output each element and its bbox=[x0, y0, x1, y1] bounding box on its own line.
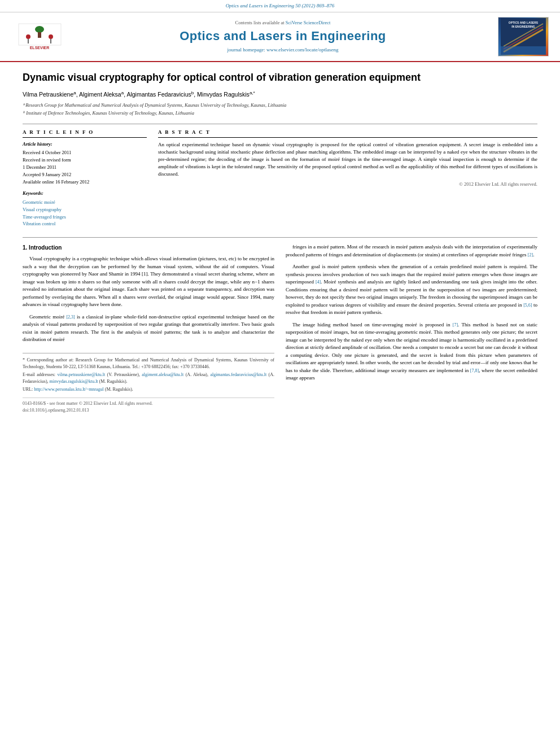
svg-rect-14 bbox=[501, 46, 546, 55]
abstract-text: An optical experimental technique based … bbox=[158, 141, 537, 178]
email-label: E-mail addresses: bbox=[23, 372, 55, 377]
banner-center: Contents lists available at SciVerse Sci… bbox=[68, 20, 498, 53]
history-label: Article history: bbox=[23, 141, 147, 148]
homepage-label: journal homepage: bbox=[228, 47, 265, 53]
email-minvydas[interactable]: minvydas.ragulskis@ktu.lt bbox=[50, 379, 98, 384]
ref-56[interactable]: [5,6] bbox=[523, 303, 532, 308]
journal-ref: Optics and Lasers in Engineering 50 (201… bbox=[226, 3, 335, 8]
divider-2 bbox=[23, 237, 537, 238]
email-algimantas[interactable]: algimantas.fedaravicius@ktu.lt bbox=[210, 372, 266, 377]
available-date: Available online 16 February 2012 bbox=[23, 179, 147, 186]
abstract-copyright: © 2012 Elsevier Ltd. All rights reserved… bbox=[158, 181, 537, 188]
keyword-2[interactable]: Visual cryptography bbox=[23, 207, 147, 213]
keyword-1[interactable]: Geometric moiré bbox=[23, 199, 147, 206]
received-revised-date: 1 December 2011 bbox=[23, 164, 147, 171]
keyword-4[interactable]: Vibration control bbox=[23, 221, 147, 228]
main-content: Dynamic visual cryptography for optical … bbox=[0, 62, 560, 425]
received-date: Received 4 October 2011 bbox=[23, 150, 147, 156]
elsevier-logo-svg: ELSEVIER bbox=[16, 21, 64, 52]
contents-text: Contents lists available at bbox=[235, 20, 285, 25]
ref-7[interactable]: [7] bbox=[453, 322, 458, 327]
email-vilma[interactable]: vilma.petrauskiene@ktu.lt bbox=[57, 372, 105, 377]
body-two-col: 1. Introduction Visual cryptography is a… bbox=[23, 243, 537, 414]
homepage-url[interactable]: www.elsevier.com/locate/optlaseng bbox=[266, 47, 338, 53]
sciverse-link[interactable]: SciVerse ScienceDirect bbox=[286, 20, 331, 25]
journal-banner: ELSEVIER Contents lists available at Sci… bbox=[0, 12, 560, 62]
svg-point-1 bbox=[35, 26, 44, 33]
svg-rect-2 bbox=[38, 32, 41, 38]
keywords-section: Keywords: Geometric moiré Visual cryptog… bbox=[23, 190, 147, 228]
homepage-line: journal homepage: www.elsevier.com/locat… bbox=[68, 46, 498, 54]
ref-4[interactable]: [4] bbox=[316, 279, 321, 285]
body-left-col: 1. Introduction Visual cryptography is a… bbox=[23, 243, 274, 414]
svg-text:OPTICS AND LASERS: OPTICS AND LASERS bbox=[509, 21, 539, 24]
divider-1 bbox=[23, 124, 537, 124]
ref-78[interactable]: [7,8] bbox=[470, 368, 479, 373]
page: Optics and Lasers in Engineering 50 (201… bbox=[0, 0, 560, 747]
received-revised-label: Received in revised form bbox=[23, 157, 147, 164]
abstract-heading: A B S T R A C T bbox=[158, 129, 537, 138]
svg-text:ELSEVIER: ELSEVIER bbox=[29, 46, 49, 50]
ref-2[interactable]: [2] bbox=[528, 252, 533, 257]
svg-point-3 bbox=[26, 34, 30, 39]
footnote-url: URL: http://www.personalas.ktu.lt/~mnrag… bbox=[23, 386, 274, 393]
section1-para2: Geometric moiré [2,3] is a classical in-… bbox=[23, 313, 274, 344]
copyright-footer: 0143-8166/$ - see front matter © 2012 El… bbox=[23, 397, 274, 414]
url-link[interactable]: http://www.personalas.ktu.lt/~mnragul bbox=[34, 387, 104, 392]
article-info-col: A R T I C L E I N F O Article history: R… bbox=[23, 129, 147, 228]
body-right-col: fringes in a moiré pattern. Most of the … bbox=[286, 243, 537, 414]
footer-doi: doi:10.1016/j.optlaseng.2012.01.013 bbox=[23, 407, 274, 414]
abstract-col: A B S T R A C T An optical experimental … bbox=[158, 129, 537, 228]
article-info-heading: A R T I C L E I N F O bbox=[23, 129, 147, 138]
footer-rights: 0143-8166/$ - see front matter © 2012 El… bbox=[23, 400, 274, 407]
author-list: Vilma Petrauskienea, Algiment Aleksaa, A… bbox=[23, 91, 255, 98]
svg-text:IN ENGINEERING: IN ENGINEERING bbox=[511, 25, 535, 28]
section1-heading: 1. Introduction bbox=[23, 243, 274, 252]
right-para2: Another goal is moiré pattern synthesis … bbox=[286, 263, 537, 317]
affiliations: ᵃ Research Group for Mathematical and Nu… bbox=[23, 102, 537, 117]
url-label: URL: bbox=[23, 387, 33, 392]
ref-2-3[interactable]: [2,3] bbox=[66, 314, 75, 320]
footnote-corresponding: * Corresponding author at: Research Grou… bbox=[23, 357, 274, 370]
accepted-date: Accepted 9 January 2012 bbox=[23, 172, 147, 178]
authors-line: Vilma Petrauskienea, Algiment Aleksaa, A… bbox=[23, 90, 537, 99]
article-title: Dynamic visual cryptography for optical … bbox=[23, 71, 537, 84]
elsevier-logo-area: ELSEVIER bbox=[11, 21, 68, 52]
keywords-label: Keywords: bbox=[23, 190, 147, 197]
affiliation-a: ᵃ Research Group for Mathematical and Nu… bbox=[23, 102, 537, 109]
article-meta-row: A R T I C L E I N F O Article history: R… bbox=[23, 129, 537, 228]
footnote-section: * Corresponding author at: Research Grou… bbox=[23, 353, 274, 393]
right-para1: fringes in a moiré pattern. Most of the … bbox=[286, 243, 537, 259]
affiliation-b: ᵇ Institute of Defence Technologies, Kau… bbox=[23, 110, 537, 117]
journal-header-bar: Optics and Lasers in Engineering 50 (201… bbox=[0, 0, 560, 12]
right-para3: The image hiding method based on time-av… bbox=[286, 321, 537, 382]
section1-para1: Visual cryptography is a cryptographic t… bbox=[23, 255, 274, 309]
cover-svg: OPTICS AND LASERS IN ENGINEERING bbox=[501, 18, 546, 55]
journal-title-banner: Optics and Lasers in Engineering bbox=[68, 28, 498, 45]
keyword-3[interactable]: Time-averaged fringes bbox=[23, 214, 147, 221]
email-algiment[interactable]: algiment.aleksa@ktu.lt bbox=[142, 372, 183, 377]
svg-point-4 bbox=[49, 34, 53, 39]
footnote-emails: E-mail addresses: vilma.petrauskiene@ktu… bbox=[23, 372, 274, 385]
info-dates: Received 4 October 2011 Received in revi… bbox=[23, 150, 147, 185]
journal-cover-image: OPTICS AND LASERS IN ENGINEERING bbox=[498, 17, 549, 56]
sciverse-line: Contents lists available at SciVerse Sci… bbox=[68, 20, 498, 27]
